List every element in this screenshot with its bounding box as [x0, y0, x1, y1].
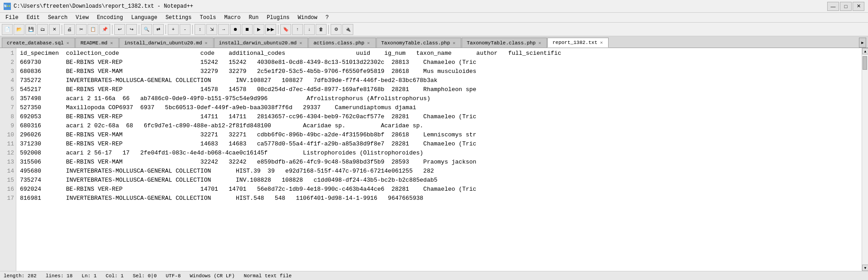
menu-item-encoding[interactable]: Encoding	[93, 14, 127, 22]
tabs-bar: create_database.sql ✕ README.md ✕ instal…	[0, 36, 868, 48]
menu-item-macro[interactable]: Macro	[221, 14, 244, 22]
macro-stop-button[interactable]: ⏹	[242, 24, 253, 35]
tab-close-icon[interactable]: ✕	[204, 40, 209, 46]
tab-close-icon[interactable]: ✕	[537, 40, 542, 46]
line-number: 16	[2, 185, 14, 194]
table-row: 296026 BE-RBINS VER-MAM 32271 32271 cdbb…	[16, 130, 862, 140]
next-bookmark-button[interactable]: ↓	[304, 24, 315, 35]
status-length: length: 282	[4, 273, 37, 279]
copy-button[interactable]: 📋	[88, 24, 98, 35]
table-row: 692024 BE-RBINS VER-REP 14701 14701 56e8…	[16, 185, 862, 194]
menu-item-run[interactable]: Run	[245, 14, 263, 22]
scroll-down-button[interactable]: ▼	[862, 265, 868, 271]
tab-taxonomy-2[interactable]: TaxonomyTable.class.php ✕	[462, 38, 547, 48]
macro-run-button[interactable]: ▶▶	[265, 24, 276, 35]
tab-install-darwin-2[interactable]: install_darwin_ubuntu20.md ✕	[214, 38, 308, 48]
indent-button[interactable]: →	[218, 24, 229, 35]
close-button[interactable]: ✕	[49, 24, 60, 35]
menu-bar: FileEditSearchViewEncodingLanguageSettin…	[0, 13, 868, 23]
separator-6	[278, 25, 278, 34]
tab-label: README.md	[80, 40, 107, 46]
table-row: 816981 INVERTEBRATES-MOLLUSCA-GENERAL CO…	[16, 194, 862, 203]
menu-item-window[interactable]: Window	[294, 14, 321, 22]
macro-record-button[interactable]: ⏺	[230, 24, 241, 35]
menu-item-file[interactable]: File	[2, 14, 22, 22]
zoom-in-button[interactable]: +	[168, 24, 179, 35]
save-all-button[interactable]: 🗂	[37, 24, 48, 35]
menu-item-language[interactable]: Language	[127, 14, 161, 22]
macro-play-button[interactable]: ▶	[254, 24, 264, 35]
undo-button[interactable]: ↩	[114, 24, 125, 35]
menu-item-plugins[interactable]: Plugins	[263, 14, 293, 22]
vertical-scrollbar[interactable]: ▲ ▼	[862, 48, 868, 271]
tab-create-database[interactable]: create_database.sql ✕	[2, 38, 75, 48]
tab-actions-class[interactable]: actions.class.php ✕	[308, 38, 375, 48]
find-button[interactable]: 🔍	[141, 24, 152, 35]
zoom-out-button[interactable]: -	[180, 24, 190, 35]
scroll-up-button[interactable]: ▲	[862, 48, 868, 54]
table-row: 680316 acari 2 02c-68a 68 6fc9d7e1-c890-…	[16, 121, 862, 130]
minimize-button[interactable]: —	[827, 2, 839, 11]
tab-close-icon[interactable]: ✕	[599, 40, 604, 45]
table-row: 371230 BE-RBINS VER-REP 14683 14683 ca57…	[16, 140, 862, 149]
maximize-button[interactable]: □	[840, 2, 852, 11]
tab-close-icon[interactable]: ✕	[109, 40, 114, 46]
status-col: Col: 1	[106, 273, 124, 279]
table-row: 315506 BE-RBINS VER-MAM 32242 32242 e859…	[16, 158, 862, 167]
table-row: 735272 INVERTEBRATES-MOLLUSCA-GENERAL CO…	[16, 76, 862, 85]
settings-button[interactable]: ⚙	[331, 24, 341, 35]
status-sel: Sel: 0|0	[133, 273, 157, 279]
cut-button[interactable]: ✂	[76, 24, 87, 35]
tab-label: install_darwin_ubuntu20.md	[219, 40, 297, 46]
tab-report[interactable]: report_1382.txt ✕	[547, 38, 609, 48]
tab-close-icon[interactable]: ✕	[65, 40, 70, 46]
close-button[interactable]: ✕	[853, 2, 864, 11]
table-row: 592008 acari 2 56-17 17 2fe04fd1-083c-4e…	[16, 149, 862, 158]
paste-button[interactable]: 📌	[99, 24, 110, 35]
tab-close-icon[interactable]: ✕	[366, 40, 371, 46]
menu-item-view[interactable]: View	[72, 14, 93, 22]
line-number: 9	[2, 121, 14, 130]
separator-7	[328, 25, 329, 34]
bookmark-button[interactable]: 🔖	[280, 24, 291, 35]
status-bar: length: 282 lines: 18 Ln: 1 Col: 1 Sel: …	[0, 271, 868, 280]
sync-button[interactable]: ↕	[195, 24, 205, 35]
tab-close-icon[interactable]: ✕	[452, 40, 456, 46]
code-content[interactable]: id_specimen collection_code code additio…	[16, 48, 862, 271]
tab-close-icon[interactable]: ✕	[298, 40, 303, 46]
menu-item-edit[interactable]: Edit	[23, 14, 44, 22]
scrollbar-thumb[interactable]	[863, 56, 867, 70]
status-type: Normal text file	[244, 273, 292, 279]
tabs-scroll-arrow[interactable]: ▶	[859, 38, 866, 48]
table-row: 357498 acari 2 11-66a 66 ab7486c0-0de9-4…	[16, 94, 862, 103]
app-icon: N++	[4, 3, 11, 10]
replace-button[interactable]: ⇄	[153, 24, 164, 35]
status-lines: lines: 18	[46, 273, 73, 279]
line-number: 11	[2, 140, 14, 149]
menu-item-search[interactable]: Search	[44, 14, 71, 22]
status-eol: Windows (CR LF)	[190, 273, 235, 279]
new-button[interactable]: 📄	[2, 24, 13, 35]
wrap-button[interactable]: ⇲	[206, 24, 217, 35]
plugin-button[interactable]: 🔌	[342, 24, 353, 35]
menu-item-settings[interactable]: Settings	[162, 14, 195, 22]
tab-taxonomy-1[interactable]: TaxonomyTable.class.php ✕	[376, 38, 462, 48]
line-number: 10	[2, 130, 14, 140]
window-controls: — □ ✕	[827, 2, 864, 11]
line-number: 2	[2, 58, 14, 67]
table-row: 545217 BE-RBINS VER-REP 14578 14578 08cd…	[16, 85, 862, 94]
clear-bookmark-button[interactable]: 🗑	[316, 24, 327, 35]
line-number: 5	[2, 85, 14, 94]
print-button[interactable]: 🖨	[64, 24, 75, 35]
tab-install-darwin-1[interactable]: install_darwin_ubuntu20.md ✕	[119, 38, 214, 48]
menu-item-?[interactable]: ?	[322, 14, 332, 22]
open-button[interactable]: 📂	[14, 24, 24, 35]
save-button[interactable]: 💾	[25, 24, 36, 35]
scrollbar-track[interactable]	[862, 54, 868, 265]
editor-area: 1234567891011121314151617 id_specimen co…	[0, 48, 868, 271]
tab-readme[interactable]: README.md ✕	[75, 38, 118, 48]
separator-2	[112, 25, 112, 34]
menu-item-tools[interactable]: Tools	[196, 14, 219, 22]
prev-bookmark-button[interactable]: ↑	[292, 24, 303, 35]
redo-button[interactable]: ↪	[126, 24, 137, 35]
